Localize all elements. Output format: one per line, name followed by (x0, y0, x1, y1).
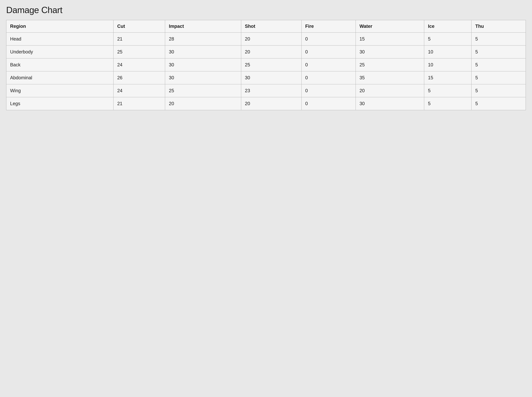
col-header-fire: Fire (302, 20, 356, 32)
cell-ice-0: 5 (424, 32, 471, 45)
cell-shot-5: 20 (241, 97, 302, 110)
col-header-cut: Cut (113, 20, 165, 32)
cell-region-3: Abdominal (6, 71, 113, 84)
table-row: Abdominal263030035155 (6, 71, 526, 84)
cell-shot-0: 20 (241, 32, 302, 45)
cell-thu-5: 5 (471, 97, 526, 110)
col-header-shot: Shot (241, 20, 302, 32)
cell-ice-4: 5 (424, 84, 471, 97)
cell-region-4: Wing (6, 84, 113, 97)
col-header-thu: Thu (471, 20, 526, 32)
cell-water-4: 20 (356, 84, 424, 97)
cell-water-2: 25 (356, 58, 424, 71)
cell-fire-2: 0 (302, 58, 356, 71)
cell-ice-3: 15 (424, 71, 471, 84)
col-header-region: Region (6, 20, 113, 32)
cell-impact-0: 28 (165, 32, 241, 45)
table-row: Legs21202003055 (6, 97, 526, 110)
cell-fire-1: 0 (302, 45, 356, 58)
table-row: Underbody253020030105 (6, 45, 526, 58)
page-title: Damage Chart (6, 5, 526, 15)
cell-cut-3: 26 (113, 71, 165, 84)
cell-region-2: Back (6, 58, 113, 71)
cell-fire-3: 0 (302, 71, 356, 84)
table-header-row: Region Cut Impact Shot Fire Water Ice Th… (6, 20, 526, 32)
cell-thu-0: 5 (471, 32, 526, 45)
cell-ice-2: 10 (424, 58, 471, 71)
cell-fire-4: 0 (302, 84, 356, 97)
cell-water-0: 15 (356, 32, 424, 45)
cell-water-5: 30 (356, 97, 424, 110)
col-header-ice: Ice (424, 20, 471, 32)
cell-thu-1: 5 (471, 45, 526, 58)
cell-water-3: 35 (356, 71, 424, 84)
cell-water-1: 30 (356, 45, 424, 58)
cell-thu-2: 5 (471, 58, 526, 71)
cell-impact-4: 25 (165, 84, 241, 97)
cell-shot-3: 30 (241, 71, 302, 84)
cell-fire-5: 0 (302, 97, 356, 110)
table-row: Head21282001555 (6, 32, 526, 45)
col-header-water: Water (356, 20, 424, 32)
cell-shot-1: 20 (241, 45, 302, 58)
cell-cut-4: 24 (113, 84, 165, 97)
cell-cut-0: 21 (113, 32, 165, 45)
table-row: Back243025025105 (6, 58, 526, 71)
cell-ice-5: 5 (424, 97, 471, 110)
cell-impact-2: 30 (165, 58, 241, 71)
cell-region-0: Head (6, 32, 113, 45)
cell-shot-4: 23 (241, 84, 302, 97)
damage-chart-table: Region Cut Impact Shot Fire Water Ice Th… (6, 20, 526, 110)
col-header-impact: Impact (165, 20, 241, 32)
cell-impact-5: 20 (165, 97, 241, 110)
cell-region-5: Legs (6, 97, 113, 110)
cell-impact-3: 30 (165, 71, 241, 84)
cell-cut-2: 24 (113, 58, 165, 71)
cell-shot-2: 25 (241, 58, 302, 71)
cell-ice-1: 10 (424, 45, 471, 58)
cell-cut-5: 21 (113, 97, 165, 110)
table-row: Wing24252302055 (6, 84, 526, 97)
cell-cut-1: 25 (113, 45, 165, 58)
cell-impact-1: 30 (165, 45, 241, 58)
cell-thu-3: 5 (471, 71, 526, 84)
cell-fire-0: 0 (302, 32, 356, 45)
cell-region-1: Underbody (6, 45, 113, 58)
damage-chart-table-wrapper: Region Cut Impact Shot Fire Water Ice Th… (6, 20, 526, 110)
cell-thu-4: 5 (471, 84, 526, 97)
